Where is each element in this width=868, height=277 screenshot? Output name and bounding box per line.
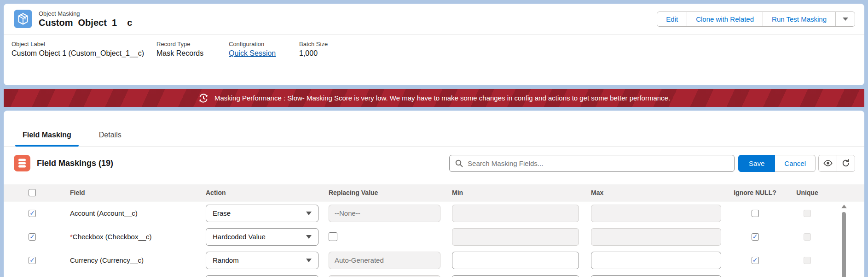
refresh-icon: [842, 159, 850, 167]
action-select-value: Erase: [213, 209, 231, 217]
view-refresh-group: [818, 155, 855, 172]
detail-record-type: Record Type Mask Records: [156, 41, 229, 58]
clone-with-related-button[interactable]: Clone with Related: [687, 12, 763, 26]
ignore-null-checkbox[interactable]: ✓: [752, 257, 759, 264]
check-icon: ✓: [29, 257, 35, 263]
eye-icon: [823, 160, 833, 166]
replacing-value-input: Auto-Generated: [329, 252, 440, 269]
min-input[interactable]: [452, 252, 579, 269]
replacing-value-input-value: Auto-Generated: [335, 256, 384, 264]
refresh-button[interactable]: [837, 155, 855, 171]
search-box: [449, 155, 735, 172]
table-row: [4, 272, 864, 277]
action-select[interactable]: [206, 275, 318, 277]
column-header-min: Min: [452, 189, 591, 196]
check-icon: ✓: [752, 233, 758, 240]
action-select[interactable]: Erase: [206, 205, 318, 222]
column-header-unique: Unique: [784, 189, 830, 196]
column-header-ignore-null: Ignore NULL?: [726, 189, 784, 196]
table-header-row: Field Action Replacing Value Min Max Ign…: [4, 184, 864, 201]
table-row: ✓Account (Account__c)Erase--None--: [4, 201, 864, 225]
action-select-value: Random: [213, 256, 239, 264]
tab-bar: Field Masking Details: [4, 111, 864, 147]
detail-object-label: Object Label Custom Object 1 (Custom_Obj…: [12, 41, 156, 58]
max-input[interactable]: [591, 252, 721, 269]
max-input[interactable]: [591, 275, 721, 277]
replacing-value-input: [329, 275, 440, 277]
replacing-value-input: --None--: [329, 205, 440, 222]
scrollbar-thumb[interactable]: [842, 212, 846, 277]
tab-details[interactable]: Details: [92, 131, 129, 146]
column-header-replacing-value: Replacing Value: [329, 189, 452, 196]
record-detail-fields: Object Label Custom Object 1 (Custom_Obj…: [4, 35, 864, 58]
section-title: Field Maskings (19): [37, 159, 113, 168]
column-header-action: Action: [206, 189, 329, 196]
scroll-up-arrow-icon[interactable]: [841, 205, 847, 208]
check-icon: ✓: [29, 210, 35, 216]
ignore-null-checkbox[interactable]: [752, 210, 759, 217]
ignore-null-checkbox[interactable]: ✓: [752, 233, 759, 241]
search-icon: [455, 159, 463, 167]
action-select[interactable]: Random: [206, 252, 318, 269]
row-select-checkbox[interactable]: ✓: [29, 257, 36, 264]
entity-label: Object Masking: [39, 10, 132, 17]
field-maskings-icon: [14, 155, 30, 171]
cancel-button[interactable]: Cancel: [775, 155, 816, 172]
field-name: Account (Account__c): [70, 209, 138, 217]
search-input[interactable]: [468, 159, 729, 167]
masking-performance-alert: Masking Performance : Slow- Masking Scor…: [4, 89, 864, 107]
row-select-checkbox[interactable]: ✓: [29, 210, 36, 217]
vertical-scrollbar[interactable]: [841, 205, 847, 277]
replacing-value-checkbox[interactable]: [329, 232, 337, 241]
field-name: Currency (Currency__c): [70, 256, 144, 264]
detail-batch-size: Batch Size 1,000: [299, 41, 332, 58]
min-input[interactable]: [452, 275, 579, 277]
detail-configuration: Configuration Quick Session: [229, 41, 299, 58]
table-body: ✓Account (Account__c)Erase--None--✓*Chec…: [4, 201, 864, 277]
alert-message: Masking Performance : Slow- Masking Scor…: [214, 94, 670, 102]
action-select-value: Hardcoded Value: [213, 233, 266, 241]
max-input: [591, 205, 721, 222]
unique-checkbox: [804, 233, 811, 241]
record-action-group: Edit Clone with Related Run Test Masking: [657, 12, 855, 27]
chevron-down-icon: [843, 18, 848, 21]
save-button[interactable]: Save: [738, 155, 775, 172]
replacing-value-input-value: --None--: [335, 209, 360, 217]
sync-clock-icon: [198, 93, 209, 104]
preview-button[interactable]: [819, 155, 837, 171]
max-input: [591, 228, 721, 246]
object-masking-icon: [14, 10, 32, 28]
table-row: ✓Currency (Currency__c)RandomAuto-Genera…: [4, 248, 864, 272]
column-header-field: Field: [70, 189, 206, 196]
required-asterisk: *: [70, 233, 73, 241]
unique-checkbox: [804, 210, 811, 217]
record-header-card: Object Masking Custom_Object_1__c Edit C…: [4, 4, 864, 85]
min-input: [452, 205, 579, 222]
check-icon: ✓: [752, 257, 758, 263]
min-input: [452, 228, 579, 246]
column-header-max: Max: [591, 189, 726, 196]
field-name: *Checkbox (Checkbox__c): [70, 233, 152, 241]
unique-checkbox: [804, 257, 811, 264]
select-all-checkbox[interactable]: [29, 189, 36, 196]
quick-session-link[interactable]: Quick Session: [229, 49, 276, 57]
edit-button[interactable]: Edit: [657, 12, 687, 26]
tab-field-masking[interactable]: Field Masking: [15, 131, 79, 146]
check-icon: ✓: [29, 233, 35, 240]
field-masking-card: Field Masking Details Field Maskings (19…: [4, 111, 864, 277]
action-select[interactable]: Hardcoded Value: [206, 228, 318, 246]
record-title: Custom_Object_1__c: [39, 18, 132, 28]
row-select-checkbox[interactable]: ✓: [29, 233, 36, 241]
chevron-down-icon: [306, 212, 312, 215]
chevron-down-icon: [306, 235, 312, 239]
run-test-masking-button[interactable]: Run Test Masking: [763, 12, 835, 26]
more-actions-button[interactable]: [835, 12, 855, 26]
field-masking-table: Field Action Replacing Value Min Max Ign…: [4, 184, 864, 277]
chevron-down-icon: [306, 259, 312, 262]
table-row: ✓*Checkbox (Checkbox__c)Hardcoded Value✓: [4, 225, 864, 248]
